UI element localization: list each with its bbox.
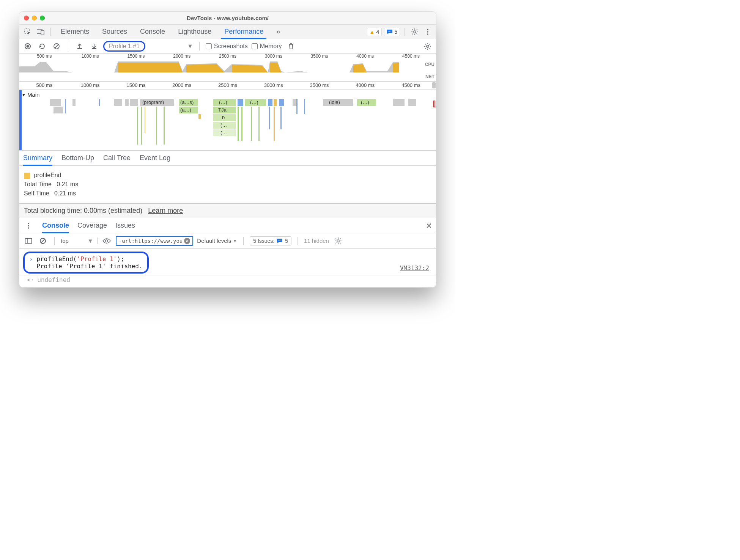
tab-elements[interactable]: Elements: [55, 25, 94, 39]
svg-text:(a…s): (a…s): [180, 99, 194, 105]
drawer-tab-issues[interactable]: Issues: [115, 218, 135, 233]
svg-rect-25: [393, 99, 405, 106]
thread-name: Main: [27, 91, 40, 98]
filter-text: -url:https://www.you: [119, 238, 183, 244]
close-window-button[interactable]: [24, 16, 29, 20]
overview-scrollbar[interactable]: [432, 82, 436, 88]
save-profile-button[interactable]: [89, 41, 99, 52]
svg-point-68: [28, 227, 29, 229]
svg-line-72: [41, 239, 45, 243]
console-settings-icon[interactable]: [333, 236, 343, 246]
performance-toolbar: Profile 1 #1 ▼ Screenshots Memory: [19, 39, 436, 53]
tabs-overflow[interactable]: »: [271, 25, 285, 39]
garbage-collect-button[interactable]: [286, 41, 296, 52]
clear-console-button[interactable]: [38, 236, 48, 246]
tab-label: Sources: [102, 28, 127, 36]
dropdown-arrow-icon[interactable]: ▼: [187, 43, 193, 50]
memory-label: Memory: [260, 43, 282, 50]
more-menu-icon[interactable]: [422, 27, 433, 37]
tab-lighthouse[interactable]: Lighthouse: [173, 25, 217, 39]
issues-label: 5 Issues:: [253, 238, 274, 244]
subtab-label: Event Log: [140, 154, 170, 162]
drawer-more-icon[interactable]: [23, 220, 34, 231]
subtab-summary[interactable]: Summary: [23, 151, 52, 165]
clear-button[interactable]: [51, 41, 62, 52]
event-color-swatch: [24, 173, 30, 179]
svg-rect-31: [238, 99, 243, 106]
clear-filter-icon[interactable]: ✕: [184, 238, 190, 244]
ruler-tick: 500 ms: [36, 82, 53, 88]
svg-rect-64: [296, 99, 298, 114]
tab-label: Elements: [61, 28, 89, 36]
drawer-tab-console[interactable]: Console: [42, 218, 69, 233]
ruler-tick: 1500 ms: [127, 53, 145, 59]
selection-bar: [19, 90, 22, 150]
load-profile-button[interactable]: [74, 41, 85, 52]
divider: [243, 237, 244, 245]
svg-point-5: [414, 31, 416, 33]
profile-selector[interactable]: Profile 1 #1: [103, 41, 145, 52]
svg-point-13: [427, 45, 429, 47]
tbt-learn-more-link[interactable]: Learn more: [148, 207, 183, 214]
device-toggle-icon[interactable]: [35, 27, 46, 37]
vm-source-link[interactable]: VM3132:2: [400, 264, 429, 272]
cpu-label: CPU: [425, 62, 435, 67]
svg-line-12: [55, 44, 58, 48]
messages-badge[interactable]: 5: [384, 28, 400, 36]
summary-pane: profileEnd Total Time 0.21 ms Self Time …: [19, 166, 436, 203]
svg-rect-52: [137, 107, 138, 145]
svg-rect-43: [198, 114, 201, 119]
minimize-window-button[interactable]: [32, 16, 37, 20]
svg-rect-56: [164, 107, 165, 145]
svg-point-7: [427, 31, 428, 33]
maximize-window-button[interactable]: [40, 16, 45, 20]
tab-console[interactable]: Console: [135, 25, 170, 39]
console-filter-input[interactable]: -url:https://www.you ✕: [116, 236, 194, 246]
hidden-count[interactable]: 11 hidden: [304, 238, 329, 244]
main-thread-label[interactable]: ▼Main: [22, 91, 39, 98]
issues-indicator[interactable]: 5 Issues: 5: [250, 236, 291, 245]
svg-rect-75: [278, 241, 280, 241]
screenshots-checkbox[interactable]: Screenshots: [206, 43, 248, 50]
drawer-tab-label: Console: [42, 222, 69, 230]
console-sidebar-toggle[interactable]: [23, 236, 34, 246]
issues-count: 5: [285, 238, 288, 244]
drawer-tab-coverage[interactable]: Coverage: [77, 218, 107, 233]
timeline-overview[interactable]: 500 ms 1000 ms 1500 ms 2000 ms 2500 ms 3…: [19, 53, 436, 82]
warnings-badge[interactable]: ▲ 4: [367, 28, 382, 36]
reload-record-button[interactable]: [37, 41, 47, 52]
code-text: profileEnd(: [36, 255, 77, 263]
subtab-eventlog[interactable]: Event Log: [140, 151, 170, 165]
flame-chart[interactable]: ▼Main (program) (idle) (a…s) (…) (…: [19, 90, 436, 151]
subtab-bottomup[interactable]: Bottom-Up: [61, 151, 94, 165]
subtab-calltree[interactable]: Call Tree: [103, 151, 131, 165]
record-button[interactable]: [22, 41, 33, 52]
svg-point-67: [28, 225, 29, 227]
tab-label: Console: [140, 28, 165, 36]
svg-rect-15: [54, 107, 63, 113]
svg-rect-54: [145, 107, 145, 133]
svg-rect-2: [41, 30, 44, 35]
ruler-tick: 3500 ms: [311, 53, 328, 59]
svg-point-10: [27, 45, 29, 47]
memory-checkbox[interactable]: Memory: [252, 43, 282, 50]
capture-settings-icon[interactable]: [422, 41, 433, 52]
svg-rect-60: [258, 107, 260, 141]
inspect-icon[interactable]: [22, 27, 33, 37]
settings-icon[interactable]: [409, 27, 420, 37]
console-body[interactable]: › profileEnd('Profile 1'); Profile 'Prof…: [19, 249, 436, 287]
svg-point-66: [28, 223, 29, 224]
devtools-window: DevTools - www.youtube.com/ Elements Sou…: [19, 11, 436, 288]
tab-label: Lighthouse: [178, 28, 211, 36]
tab-sources[interactable]: Sources: [97, 25, 132, 39]
svg-point-76: [337, 240, 339, 242]
log-levels-dropdown[interactable]: Default levels ▼: [197, 238, 237, 244]
context-selector[interactable]: top ▼: [61, 238, 98, 244]
self-time-value: 0.21 ms: [54, 190, 76, 197]
svg-text:(…): (…): [219, 99, 227, 105]
live-expression-button[interactable]: [101, 236, 112, 246]
tab-performance[interactable]: Performance: [219, 25, 269, 39]
tbt-row: Total blocking time: 0.00ms (estimated) …: [19, 203, 436, 218]
close-drawer-button[interactable]: ✕: [426, 221, 432, 230]
detail-ruler[interactable]: 500 ms 1000 ms 1500 ms 2000 ms 2500 ms 3…: [19, 82, 436, 90]
